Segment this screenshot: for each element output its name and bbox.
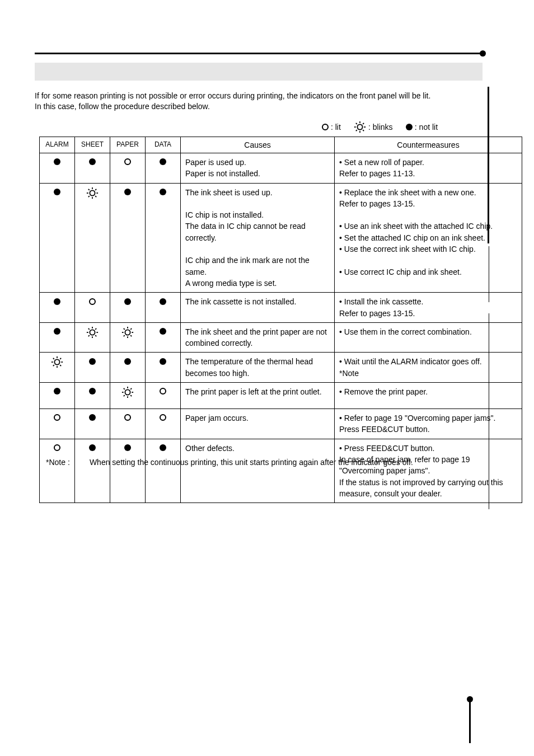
indicator-cell	[146, 353, 181, 383]
causes-cell: The print paper is left at the print out…	[181, 383, 335, 409]
causes-cell: The ink sheet and the print paper are no…	[181, 322, 335, 353]
not-lit-icon	[54, 189, 60, 195]
countermeasures-cell: • Set a new roll of paper. Refer to page…	[335, 153, 522, 184]
indicator-cell	[110, 439, 146, 503]
lit-icon	[160, 414, 166, 421]
indicator-cell	[110, 153, 146, 184]
not-lit-icon	[124, 189, 131, 195]
col-countermeasures: Countermeasures	[335, 137, 522, 153]
top-rule-decoration	[35, 53, 483, 54]
countermeasures-cell: • Press FEED&CUT button. In case of pape…	[335, 439, 522, 503]
not-lit-icon	[89, 444, 96, 451]
indicator-cell	[40, 183, 75, 293]
table-row: The print paper is left at the print out…	[40, 383, 522, 409]
not-lit-icon	[124, 444, 131, 451]
table-row: The ink sheet and the print paper are no…	[40, 322, 522, 353]
indicator-cell	[40, 439, 75, 503]
not-lit-icon	[54, 328, 60, 335]
lit-icon	[89, 298, 96, 305]
not-lit-icon	[160, 444, 166, 451]
legend-blinks-label: : blinks	[368, 123, 393, 132]
countermeasures-cell: • Use them in the correct combination.	[335, 322, 522, 353]
indicator-cell	[110, 383, 146, 409]
col-paper: PAPER	[110, 137, 146, 153]
not-lit-icon	[54, 158, 60, 165]
indicator-cell	[146, 409, 181, 439]
not-lit-icon	[160, 328, 166, 335]
indicator-cell	[110, 293, 146, 323]
legend-lit-label: : lit	[331, 123, 341, 132]
blinks-icon	[86, 326, 99, 339]
indicator-cell	[146, 383, 181, 409]
indicator-cell	[75, 322, 110, 353]
lit-icon	[54, 414, 60, 421]
indicator-cell	[75, 409, 110, 439]
lit-icon	[124, 158, 131, 165]
not-lit-icon	[124, 298, 131, 305]
indicator-cell	[75, 153, 110, 184]
page: If for some reason printing is not possi…	[0, 0, 534, 756]
countermeasures-cell: • Wait until the ALARM indicator goes of…	[335, 353, 522, 383]
blinks-icon	[354, 121, 366, 133]
causes-cell: Paper is used up.Paper is not installed.	[181, 153, 335, 184]
col-alarm: ALARM	[40, 137, 75, 153]
indicator-cell	[75, 353, 110, 383]
lit-icon	[322, 124, 329, 130]
indicator-cell	[146, 183, 181, 293]
section-heading-band	[35, 63, 483, 81]
not-lit-icon	[54, 388, 60, 395]
countermeasures-cell: • Replace the ink sheet with a new one. …	[335, 183, 522, 293]
indicator-cell	[40, 322, 75, 353]
table-row: The temperature of the thermal head beco…	[40, 353, 522, 383]
indicator-cell	[40, 383, 75, 409]
not-lit-icon	[89, 388, 96, 395]
lit-icon	[54, 444, 60, 451]
not-lit-icon	[160, 298, 166, 305]
indicator-cell	[75, 293, 110, 323]
causes-cell: The temperature of the thermal head beco…	[181, 353, 335, 383]
indicator-cell	[110, 183, 146, 293]
countermeasures-cell: • Install the ink cassette. Refer to pag…	[335, 293, 522, 323]
indicator-cell	[75, 183, 110, 293]
indicator-cell	[146, 293, 181, 323]
footnote-label: *Note :	[46, 458, 87, 467]
indicator-cell	[110, 353, 146, 383]
lit-icon	[124, 414, 131, 421]
legend: : lit : blinks : not lit	[322, 121, 438, 133]
blinks-icon	[86, 187, 99, 199]
table-row: Paper jam occurs.• Refer to page 19 "Ove…	[40, 409, 522, 439]
footnote: *Note : When setting the continuous prin…	[46, 458, 413, 467]
indicator-cell	[75, 439, 110, 503]
not-lit-icon	[160, 358, 166, 365]
bottom-stem-decoration	[469, 701, 471, 743]
col-data: DATA	[146, 137, 181, 153]
footnote-text: When setting the continuous printing, th…	[90, 458, 413, 467]
causes-cell: The ink sheet is used up.IC chip is not …	[181, 183, 335, 293]
col-sheet: SHEET	[75, 137, 110, 153]
causes-cell: Paper jam occurs.	[181, 409, 335, 439]
indicator-cell	[110, 409, 146, 439]
not-lit-icon	[406, 124, 413, 130]
causes-cell: Other defects.	[181, 439, 335, 503]
not-lit-icon	[89, 414, 96, 421]
not-lit-icon	[160, 189, 166, 195]
not-lit-icon	[160, 158, 166, 165]
table-row: The ink cassette is not installed.• Inst…	[40, 293, 522, 323]
indicator-cell	[146, 439, 181, 503]
indicator-cell	[40, 153, 75, 184]
blinks-icon	[121, 386, 134, 398]
indicator-cell	[146, 322, 181, 353]
not-lit-icon	[89, 158, 96, 165]
table-row: Other defects.• Press FEED&CUT button. I…	[40, 439, 522, 503]
blinks-icon	[121, 326, 134, 339]
error-table: ALARM SHEET PAPER DATA Causes Countermea…	[39, 137, 522, 503]
indicator-cell	[40, 353, 75, 383]
blinks-icon	[51, 356, 63, 368]
countermeasures-cell: • Refer to page 19 "Overcoming paper jam…	[335, 409, 522, 439]
countermeasures-cell: • Remove the print paper.	[335, 383, 522, 409]
table-row: Paper is used up.Paper is not installed.…	[40, 153, 522, 184]
not-lit-icon	[89, 358, 96, 365]
intro-text: If for some reason printing is not possi…	[35, 91, 477, 112]
indicator-cell	[110, 322, 146, 353]
col-causes: Causes	[181, 137, 335, 153]
